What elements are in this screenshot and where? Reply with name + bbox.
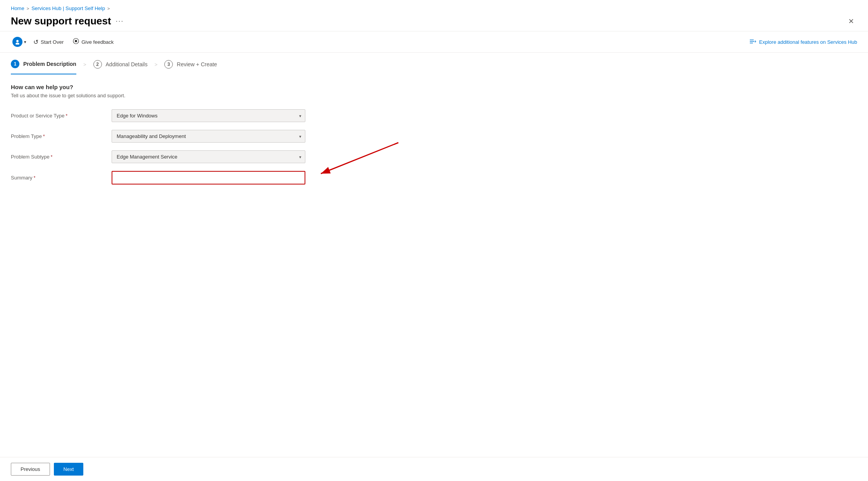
- user-profile-button[interactable]: ▾: [11, 34, 28, 49]
- product-service-dropdown[interactable]: Edge for Windows: [112, 109, 305, 122]
- next-button[interactable]: Next: [54, 463, 84, 476]
- explore-icon: [750, 38, 756, 45]
- start-over-button[interactable]: ↺ Start Over: [29, 36, 67, 48]
- problem-type-required-star: *: [43, 134, 45, 139]
- page-footer: Previous Next: [0, 457, 868, 481]
- problem-type-label: Problem Type *: [11, 133, 112, 139]
- problem-subtype-required-star: *: [51, 154, 53, 160]
- previous-button[interactable]: Previous: [11, 463, 50, 476]
- step-1[interactable]: 1 Problem Description: [11, 60, 76, 74]
- stepper-sep-1: >: [83, 62, 86, 67]
- product-service-row: Product or Service Type * Edge for Windo…: [11, 109, 857, 122]
- step-1-number: 1: [11, 60, 19, 68]
- svg-line-8: [321, 143, 398, 174]
- page-title: New support request: [11, 15, 111, 27]
- step-3[interactable]: 3 Review + Create: [164, 60, 217, 74]
- page-title-row: New support request ··· ✕: [0, 14, 868, 31]
- user-chevron-icon: ▾: [24, 40, 26, 45]
- summary-required-star: *: [34, 175, 36, 181]
- step-3-label: Review + Create: [177, 61, 217, 67]
- svg-point-0: [16, 40, 19, 42]
- breadcrumb-sep1: >: [27, 6, 29, 11]
- problem-subtype-row: Problem Subtype * Edge Management Servic…: [11, 150, 857, 163]
- breadcrumb-services-hub[interactable]: Services Hub | Support Self Help: [31, 5, 105, 11]
- start-over-icon: ↺: [33, 38, 38, 46]
- product-service-label: Product or Service Type *: [11, 113, 112, 119]
- breadcrumb-sep2: >: [107, 6, 110, 11]
- summary-control: [112, 171, 305, 184]
- step-2-label: Additional Details: [106, 61, 148, 67]
- breadcrumb: Home > Services Hub | Support Self Help …: [0, 0, 868, 14]
- problem-subtype-control: Edge Management Service ▾: [112, 150, 305, 163]
- form-heading: How can we help you?: [11, 84, 857, 90]
- problem-subtype-dropdown[interactable]: Edge Management Service: [112, 150, 305, 163]
- problem-type-control: Manageability and Deployment ▾: [112, 130, 305, 143]
- svg-point-1: [16, 43, 19, 45]
- svg-point-3: [75, 40, 77, 42]
- problem-subtype-label: Problem Subtype *: [11, 154, 112, 160]
- problem-type-dropdown[interactable]: Manageability and Deployment: [112, 130, 305, 143]
- summary-label: Summary *: [11, 175, 112, 181]
- step-2-number: 2: [93, 60, 102, 69]
- step-3-number: 3: [164, 60, 173, 69]
- form-section: How can we help you? Tell us about the i…: [0, 74, 868, 202]
- toolbar: ▾ ↺ Start Over Give feedback E: [0, 31, 868, 53]
- give-feedback-icon: [73, 38, 79, 46]
- product-service-control: Edge for Windows ▾: [112, 109, 305, 122]
- give-feedback-button[interactable]: Give feedback: [69, 36, 117, 48]
- explore-label: Explore additional features on Services …: [759, 39, 857, 45]
- user-avatar: [12, 37, 22, 47]
- summary-input[interactable]: [112, 171, 305, 184]
- breadcrumb-home[interactable]: Home: [11, 5, 24, 11]
- give-feedback-label: Give feedback: [81, 39, 114, 45]
- page-title-more-options[interactable]: ···: [116, 17, 124, 25]
- explore-features-link[interactable]: Explore additional features on Services …: [750, 38, 857, 45]
- stepper-sep-2: >: [155, 62, 158, 67]
- step-1-label: Problem Description: [23, 61, 76, 67]
- stepper: 1 Problem Description > 2 Additional Det…: [0, 53, 868, 74]
- product-required-star: *: [66, 113, 68, 119]
- problem-type-row: Problem Type * Manageability and Deploym…: [11, 130, 857, 143]
- close-button[interactable]: ✕: [845, 16, 857, 27]
- form-subheading: Tell us about the issue to get solutions…: [11, 93, 857, 98]
- step-2[interactable]: 2 Additional Details: [93, 60, 148, 74]
- summary-row: Summary *: [11, 171, 857, 184]
- toolbar-left: ▾ ↺ Start Over Give feedback: [11, 34, 750, 49]
- start-over-label: Start Over: [41, 39, 64, 45]
